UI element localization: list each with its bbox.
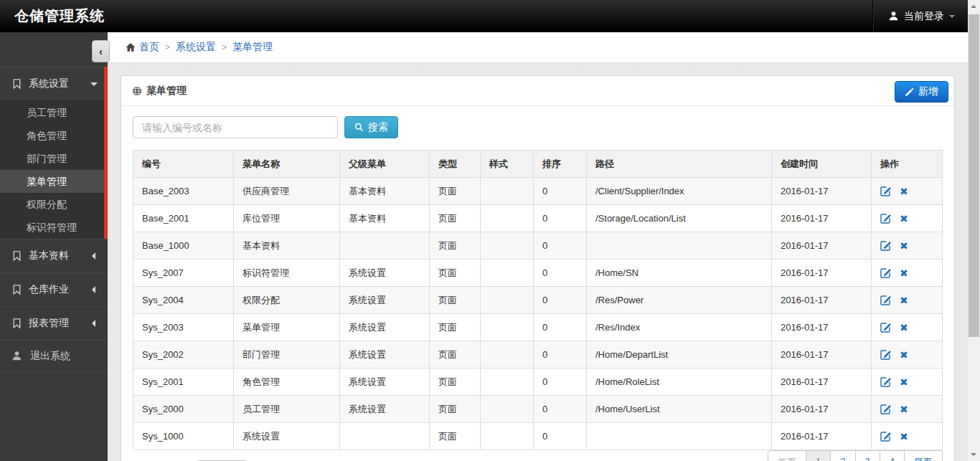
- scroll-down-arrow-icon[interactable]: [971, 453, 976, 456]
- cell-created: 2016-01-17: [772, 260, 872, 287]
- pagination-page-4[interactable]: 4: [880, 450, 905, 461]
- delete-button[interactable]: ✖: [900, 268, 908, 278]
- delete-button[interactable]: ✖: [900, 377, 908, 387]
- breadcrumb: 首页>系统设置>菜单管理: [126, 41, 273, 54]
- delete-button[interactable]: ✖: [900, 295, 908, 305]
- cell-path: /Home/RoleList: [587, 369, 772, 396]
- row-actions: ✖: [880, 369, 933, 395]
- cell-order: 0: [534, 341, 587, 369]
- scroll-up-arrow-icon[interactable]: [971, 5, 976, 8]
- delete-button[interactable]: ✖: [900, 214, 908, 224]
- search-input[interactable]: [133, 116, 338, 138]
- delete-button[interactable]: ✖: [900, 350, 908, 360]
- sidebar-menu: 系统设置员工管理角色管理部门管理菜单管理权限分配标识符管理基本资料仓库作业报表管…: [0, 32, 108, 372]
- cell-code: Sys_1000: [133, 423, 234, 450]
- sidebar-active-accent: [104, 67, 108, 239]
- breadcrumb-system-settings[interactable]: 系统设置: [176, 41, 216, 54]
- sidebar-collapse-button[interactable]: ‹: [92, 40, 110, 62]
- breadcrumb-menu-management[interactable]: 菜单管理: [232, 41, 273, 54]
- edit-button[interactable]: [880, 295, 891, 305]
- table-row: Sys_2001角色管理系统设置页面0/Home/RoleList2016-01…: [133, 369, 943, 396]
- row-actions: ✖: [880, 178, 933, 204]
- edit-button[interactable]: [880, 349, 891, 360]
- cell-path: /Home/DepartList: [587, 341, 772, 369]
- home-icon: [126, 42, 136, 52]
- panel-header: 菜单管理: [121, 76, 954, 106]
- cell-actions: ✖: [872, 396, 943, 423]
- edit-button[interactable]: [880, 240, 891, 251]
- content-area: 菜单管理 新增 搜索: [108, 63, 968, 461]
- sidebar-item-role-management[interactable]: 角色管理: [0, 124, 108, 147]
- cell-parent: 系统设置: [340, 341, 430, 369]
- delete-button[interactable]: ✖: [900, 241, 908, 251]
- sidebar-item-menu-management[interactable]: 菜单管理: [0, 170, 108, 193]
- cell-created: 2016-01-17: [772, 314, 872, 341]
- user-menu[interactable]: 当前登录: [873, 0, 959, 32]
- pagination-page-1[interactable]: 1: [806, 450, 831, 461]
- delete-button[interactable]: ✖: [900, 323, 908, 333]
- sidebar-item-staff-management[interactable]: 员工管理: [0, 101, 108, 124]
- edit-button[interactable]: [880, 376, 891, 387]
- sidebar-item-warehouse-operations[interactable]: 仓库作业: [0, 272, 108, 306]
- cell-parent: 基本资料: [340, 178, 430, 205]
- sidebar-item-system-settings[interactable]: 系统设置: [0, 67, 108, 100]
- sidebar-item-identifier-management[interactable]: 标识符管理: [0, 216, 108, 239]
- pagination-last-page[interactable]: 尾页: [905, 450, 943, 461]
- row-actions: ✖: [880, 314, 933, 341]
- pagination-page-3[interactable]: 3: [856, 450, 880, 461]
- edit-button[interactable]: [880, 404, 891, 414]
- bookmark-icon: [11, 284, 22, 295]
- menu-table: 编号菜单名称父级菜单类型样式排序路径创建时间操作 Base_2003供应商管理基…: [133, 150, 943, 450]
- sidebar-item-permission-assignment[interactable]: 权限分配: [0, 193, 108, 216]
- caret-down-icon: [949, 15, 955, 21]
- cell-parent: 系统设置: [340, 369, 430, 396]
- top-navbar: 仓储管理系统 当前登录: [0, 0, 968, 32]
- table-footer: 共 40 行, 每页 10 ▼ 行 首页1234尾页: [133, 456, 943, 461]
- add-button-label: 新增: [918, 85, 938, 98]
- delete-button[interactable]: ✖: [900, 404, 908, 414]
- sidebar-item-label: 基本资料: [29, 249, 69, 262]
- cell-type: 页面: [430, 205, 481, 232]
- cell-code: Base_1000: [133, 232, 234, 260]
- search-button[interactable]: 搜索: [344, 116, 398, 138]
- column-header-name: 菜单名称: [234, 151, 340, 178]
- panel-body: 搜索 编号菜单名称父级菜单类型样式排序路径创建时间操作 Base_2003供应商…: [121, 106, 954, 461]
- cell-path: /Home/UserList: [587, 396, 772, 423]
- cell-actions: ✖: [872, 314, 943, 341]
- scrollbar-thumb[interactable]: [969, 14, 979, 337]
- user-icon: [888, 11, 899, 22]
- sidebar-item-label: 系统设置: [29, 77, 69, 90]
- pagination-page-2[interactable]: 2: [831, 450, 855, 461]
- column-header-created: 创建时间: [772, 151, 872, 178]
- add-button[interactable]: 新增: [895, 81, 948, 103]
- cell-style: [481, 205, 534, 232]
- sidebar-item-basic-data[interactable]: 基本资料: [0, 239, 108, 272]
- row-actions: ✖: [880, 287, 933, 313]
- cell-style: [481, 396, 534, 423]
- cell-actions: ✖: [872, 205, 943, 232]
- cell-type: 页面: [430, 178, 481, 205]
- delete-button[interactable]: ✖: [900, 186, 908, 196]
- edit-button[interactable]: [880, 186, 891, 196]
- cell-name: 库位管理: [234, 205, 340, 232]
- column-header-code: 编号: [133, 151, 234, 178]
- edit-button[interactable]: [880, 431, 891, 442]
- edit-button[interactable]: [880, 322, 891, 333]
- page-scrollbar[interactable]: [968, 0, 980, 461]
- edit-button[interactable]: [880, 213, 891, 224]
- delete-button[interactable]: ✖: [900, 432, 908, 442]
- edit-button[interactable]: [880, 267, 891, 278]
- cell-style: [481, 232, 534, 260]
- caret-down-icon: [90, 82, 98, 90]
- cell-order: 0: [534, 369, 587, 396]
- cell-parent: 系统设置: [340, 287, 430, 314]
- sidebar-item-exit-system[interactable]: 退出系统: [0, 340, 108, 372]
- cell-order: 0: [534, 423, 587, 450]
- sidebar-item-department-management[interactable]: 部门管理: [0, 147, 108, 170]
- breadcrumb-home[interactable]: 首页: [139, 41, 159, 54]
- sidebar-item-report-management[interactable]: 报表管理: [0, 306, 108, 340]
- cell-style: [481, 369, 534, 396]
- cell-order: 0: [534, 396, 587, 423]
- cell-created: 2016-01-17: [772, 369, 872, 396]
- table-row: Sys_2002部门管理系统设置页面0/Home/DepartList2016-…: [133, 341, 943, 369]
